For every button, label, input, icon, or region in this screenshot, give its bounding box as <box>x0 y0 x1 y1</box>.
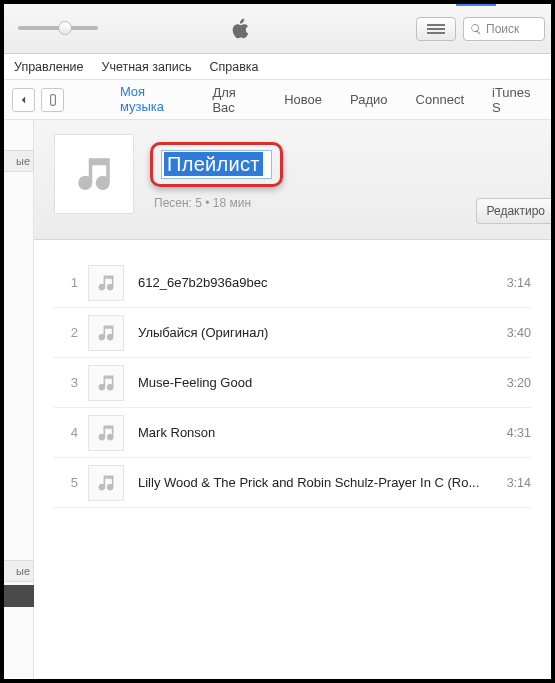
track-row[interactable]: 4 Mark Ronson 4:31 <box>54 408 531 458</box>
music-note-icon <box>96 423 116 443</box>
track-duration: 3:20 <box>481 376 531 390</box>
track-duration: 4:31 <box>481 426 531 440</box>
search-placeholder: Поиск <box>486 22 519 36</box>
music-note-icon <box>73 153 115 195</box>
chevron-left-icon <box>17 93 31 107</box>
track-number: 5 <box>54 475 78 490</box>
track-row[interactable]: 1 612_6e7b2b936a9bec 3:14 <box>54 258 531 308</box>
track-title: Улыбайся (Оригинал) <box>138 325 481 340</box>
apple-logo-icon <box>229 16 251 46</box>
track-art <box>88 465 124 501</box>
playlist-artwork <box>54 134 134 214</box>
playlist-header: Плейлист Песен: 5 • 18 мин Редактиро <box>34 120 551 240</box>
track-number: 2 <box>54 325 78 340</box>
svg-point-1 <box>52 103 53 104</box>
track-list: 1 612_6e7b2b936a9bec 3:14 2 Улыбайся (Ор… <box>34 240 551 518</box>
list-icon <box>427 22 445 36</box>
playlist-name-input[interactable]: Плейлист <box>161 150 272 179</box>
tab-for-you[interactable]: Для Вас <box>198 79 270 121</box>
window-accent-tab <box>456 4 496 6</box>
track-art <box>88 365 124 401</box>
sidebar-item[interactable]: ые <box>4 560 34 582</box>
music-note-icon <box>96 323 116 343</box>
device-button[interactable] <box>41 88 64 112</box>
track-art <box>88 315 124 351</box>
search-icon <box>470 23 482 35</box>
track-title: 612_6e7b2b936a9bec <box>138 275 481 290</box>
main-content: Плейлист Песен: 5 • 18 мин Редактиро 1 6… <box>34 120 551 679</box>
volume-thumb[interactable] <box>58 21 72 35</box>
sidebar: ые ые <box>4 120 34 679</box>
music-note-icon <box>96 473 116 493</box>
tab-new[interactable]: Новое <box>270 86 336 113</box>
sidebar-item-selected[interactable] <box>4 585 34 607</box>
tab-radio[interactable]: Радио <box>336 86 402 113</box>
menu-bar: Управление Учетная запись Справка <box>4 54 551 80</box>
track-duration: 3:14 <box>481 476 531 490</box>
track-art <box>88 415 124 451</box>
tab-connect[interactable]: Connect <box>402 86 478 113</box>
playlist-title-highlight: Плейлист <box>150 142 283 187</box>
tab-my-music[interactable]: Моя музыка <box>106 78 199 122</box>
track-art <box>88 265 124 301</box>
search-input[interactable]: Поиск <box>463 17 545 41</box>
track-title: Muse-Feeling Good <box>138 375 481 390</box>
track-duration: 3:40 <box>481 326 531 340</box>
tab-store[interactable]: iTunes S <box>478 79 551 121</box>
music-note-icon <box>96 273 116 293</box>
tabs-row: Моя музыка Для Вас Новое Радио Connect i… <box>4 80 551 120</box>
track-title: Mark Ronson <box>138 425 481 440</box>
playlist-name-text: Плейлист <box>164 152 263 176</box>
menu-help[interactable]: Справка <box>210 60 259 74</box>
track-number: 1 <box>54 275 78 290</box>
volume-slider[interactable] <box>18 26 98 30</box>
phone-icon <box>46 93 60 107</box>
top-toolbar: Поиск <box>4 4 551 54</box>
track-row[interactable]: 3 Muse-Feeling Good 3:20 <box>54 358 531 408</box>
edit-button[interactable]: Редактиро <box>476 198 552 224</box>
track-title: Lilly Wood & The Prick and Robin Schulz-… <box>138 475 481 490</box>
track-duration: 3:14 <box>481 276 531 290</box>
track-number: 3 <box>54 375 78 390</box>
menu-account[interactable]: Учетная запись <box>102 60 192 74</box>
track-row[interactable]: 5 Lilly Wood & The Prick and Robin Schul… <box>54 458 531 508</box>
menu-manage[interactable]: Управление <box>14 60 84 74</box>
sidebar-item[interactable]: ые <box>4 150 34 172</box>
music-note-icon <box>96 373 116 393</box>
track-row[interactable]: 2 Улыбайся (Оригинал) 3:40 <box>54 308 531 358</box>
view-list-button[interactable] <box>416 17 456 41</box>
back-menu-button[interactable] <box>12 88 35 112</box>
track-number: 4 <box>54 425 78 440</box>
playlist-meta: Песен: 5 • 18 мин <box>154 196 251 210</box>
